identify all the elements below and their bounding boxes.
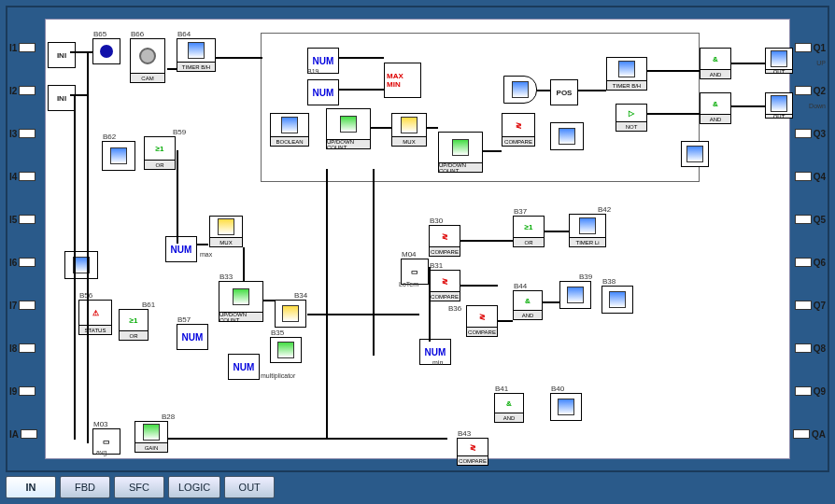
- block-b42-timer[interactable]: B42 TIMER Li: [569, 214, 606, 247]
- counter-icon: [340, 116, 357, 133]
- mux-icon: [282, 305, 299, 322]
- wire: [326, 169, 328, 440]
- block-b28-gain[interactable]: B28 GAIN: [134, 421, 168, 453]
- block-out-q1[interactable]: OUT: [765, 48, 793, 74]
- block-and-q1[interactable]: & AND: [700, 48, 731, 79]
- tab-out[interactable]: OUT: [224, 476, 275, 498]
- block-b39[interactable]: B39: [559, 281, 591, 309]
- label-lotem: LoTem: [399, 281, 418, 287]
- tab-logic[interactable]: LOGIC: [168, 476, 220, 498]
- counter-icon: [452, 139, 469, 156]
- port-i9[interactable]: I9: [7, 370, 45, 413]
- block-maxmin[interactable]: MAX MIN: [384, 63, 421, 98]
- block-b37-or[interactable]: B37 ≥1 OR: [513, 216, 545, 247]
- wire: [731, 105, 765, 107]
- bottom-tabs: IN FBD SFC LOGIC OUT: [6, 476, 275, 500]
- port-i5[interactable]: I5: [7, 198, 45, 241]
- block-num-b57[interactable]: B57 NUM: [177, 324, 208, 350]
- output-ports: Q1 Q2 Q3 Q4 Q5 Q6 Q7 Q8 Q9 QA: [790, 26, 828, 455]
- block-b43-compare[interactable]: B43 ≷ COMPARE: [457, 438, 488, 466]
- port-q6[interactable]: Q6: [790, 241, 828, 284]
- block-not[interactable]: ▷ NOT: [616, 104, 647, 132]
- out-icon: [771, 95, 787, 112]
- port-q5[interactable]: Q5: [790, 198, 828, 241]
- timer-icon: [618, 61, 635, 77]
- block-compare-top[interactable]: ≷ COMPARE: [502, 113, 535, 147]
- wire: [371, 127, 391, 129]
- port-i3[interactable]: I3: [7, 112, 45, 155]
- pulse-icon: [567, 287, 584, 303]
- port-i2[interactable]: I2: [7, 69, 45, 112]
- port-i7[interactable]: I7: [7, 284, 45, 327]
- block-out-q2[interactable]: OUT: [765, 92, 793, 119]
- block-updown-1[interactable]: UP/DOWN COUNT: [326, 108, 371, 149]
- block-num-mid1[interactable]: NUM: [165, 236, 197, 262]
- block-boolean[interactable]: BOOLEAN: [270, 113, 309, 147]
- block-ini-1[interactable]: INI: [48, 42, 76, 68]
- wire: [498, 320, 513, 322]
- wire: [543, 301, 559, 303]
- tab-fbd[interactable]: FBD: [60, 476, 110, 498]
- port-q3[interactable]: Q3: [790, 112, 828, 155]
- fbd-canvas[interactable]: INI INI B65 B66 CAM B64 TIMER B/H B62: [45, 19, 790, 459]
- gate-icon: [277, 342, 294, 358]
- gain-icon: [143, 424, 160, 441]
- out-sub-up: UP: [816, 60, 826, 66]
- port-i8[interactable]: I8: [7, 327, 45, 370]
- block-b59-or[interactable]: B59 ≥1 OR: [144, 136, 176, 170]
- block-pulse-left[interactable]: [64, 251, 98, 279]
- block-pos-gate[interactable]: [503, 76, 537, 104]
- block-num-b19b[interactable]: NUM: [307, 79, 339, 105]
- block-b31-compare[interactable]: B31 ≷ COMPARE: [429, 270, 460, 301]
- block-mux-2[interactable]: MUX: [209, 216, 243, 247]
- port-i1[interactable]: I1: [7, 26, 45, 69]
- pulse-icon: [558, 399, 574, 415]
- block-b41-and[interactable]: B41 & AND: [494, 393, 524, 423]
- block-mux-top[interactable]: MUX: [391, 113, 427, 147]
- port-qa[interactable]: QA: [790, 413, 828, 455]
- port-q7[interactable]: Q7: [790, 284, 828, 327]
- block-b34[interactable]: B34: [275, 300, 306, 328]
- port-ia[interactable]: IA: [7, 413, 45, 455]
- wire: [647, 70, 700, 72]
- block-b62[interactable]: B62: [102, 141, 135, 171]
- tab-sfc[interactable]: SFC: [114, 476, 164, 498]
- block-b35[interactable]: B35: [270, 337, 302, 363]
- wire: [307, 314, 419, 315]
- wire: [167, 68, 177, 70]
- port-i6[interactable]: I6: [7, 241, 45, 284]
- block-b30-compare[interactable]: B30 ≷ COMPARE: [429, 225, 460, 257]
- mux-icon: [218, 218, 234, 235]
- port-q4[interactable]: Q4: [790, 155, 828, 198]
- block-b38[interactable]: B38: [601, 286, 633, 314]
- block-num-mult[interactable]: NUM: [228, 354, 260, 380]
- block-timer-right[interactable]: TIMER B/H: [606, 57, 647, 91]
- label-mult: multiplicator: [261, 372, 295, 379]
- block-b40[interactable]: B40: [550, 393, 582, 421]
- block-and-q2[interactable]: & AND: [700, 92, 731, 124]
- block-pulse-top[interactable]: [550, 122, 584, 150]
- port-q8[interactable]: Q8: [790, 327, 828, 370]
- block-b36-compare[interactable]: B36 ≷ COMPARE: [466, 305, 498, 337]
- block-pos[interactable]: POS: [550, 79, 578, 105]
- block-b61-or[interactable]: B61 ≥1 OR: [119, 309, 149, 341]
- block-b33-updown[interactable]: B33 UP/DOWN COUNT: [219, 281, 263, 322]
- wire: [74, 94, 76, 440]
- block-misc-right[interactable]: [681, 141, 709, 167]
- wire: [70, 94, 89, 96]
- wire: [578, 90, 606, 91]
- app-frame: I1 I2 I3 I4 I5 I6 I7 I8 I9 IA Q1 Q2 Q3 Q…: [0, 0, 835, 504]
- boolean-icon: [281, 117, 298, 133]
- wire: [167, 438, 447, 440]
- block-b56-status[interactable]: B56 ⚠ STATUS: [78, 300, 112, 335]
- port-q9[interactable]: Q9: [790, 370, 828, 413]
- block-b44-and[interactable]: B44 & AND: [513, 290, 543, 320]
- port-i4[interactable]: I4: [7, 155, 45, 198]
- block-updown-2[interactable]: UP/DOWN COUNT: [438, 132, 483, 173]
- block-b65[interactable]: B65: [92, 38, 120, 64]
- block-b66-cam[interactable]: B66 CAM: [130, 38, 165, 83]
- block-b64-timer[interactable]: B64 TIMER B/H: [177, 38, 216, 72]
- tab-in[interactable]: IN: [6, 476, 56, 498]
- block-ini-2[interactable]: INI: [48, 85, 76, 111]
- out-sub-down: Down: [809, 103, 826, 109]
